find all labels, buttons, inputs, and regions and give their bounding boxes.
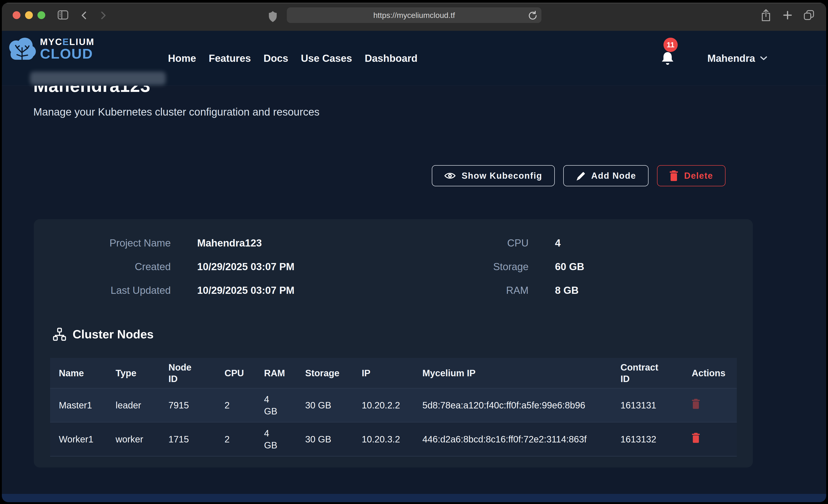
detail-label: RAM bbox=[447, 279, 529, 302]
cell-type: worker bbox=[107, 422, 160, 456]
zoom-window-button[interactable] bbox=[37, 11, 45, 19]
site-viewport: Mahendra123 Manage your Kubernetes clust… bbox=[2, 31, 826, 502]
cell-type: leader bbox=[107, 388, 160, 422]
nav-link-docs[interactable]: Docs bbox=[263, 53, 288, 64]
cell-actions bbox=[683, 388, 737, 422]
cell-cpu: 2 bbox=[216, 388, 255, 422]
cell-ip: 10.20.3.2 bbox=[353, 422, 414, 456]
cell-node-id: 1715 bbox=[160, 422, 216, 456]
table-header-row: Name Type Node ID CPU RAM Storage IP Myc… bbox=[50, 358, 737, 388]
network-icon bbox=[53, 328, 66, 341]
col-contract-id: Contract ID bbox=[612, 358, 683, 388]
col-node-id: Node ID bbox=[160, 358, 216, 388]
detail-label: Storage bbox=[447, 255, 529, 279]
cell-contract-id: 1613132 bbox=[612, 422, 683, 456]
col-type: Type bbox=[107, 358, 160, 388]
nav-link-dashboard[interactable]: Dashboard bbox=[365, 53, 418, 64]
mycelium-cloud-logo-icon bbox=[8, 36, 36, 62]
cluster-nodes-header: Cluster Nodes bbox=[53, 327, 154, 341]
detail-label: CPU bbox=[447, 231, 529, 255]
redaction-blur bbox=[30, 72, 166, 85]
browser-chrome: https://myceliumcloud.tf bbox=[2, 3, 826, 31]
cluster-details: Project Name Mahendra123 CPU 4 Created 1… bbox=[34, 231, 753, 302]
show-kubeconfig-button[interactable]: Show Kubeconfig bbox=[432, 165, 555, 186]
col-ip: IP bbox=[353, 358, 414, 388]
cell-name: Master1 bbox=[50, 388, 107, 422]
back-icon[interactable] bbox=[81, 11, 86, 20]
brand-line1: MYCELIUM bbox=[40, 37, 94, 46]
cell-cpu: 2 bbox=[216, 422, 255, 456]
cell-contract-id: 1613131 bbox=[612, 388, 683, 422]
brand-line2: CLOUD bbox=[40, 46, 94, 61]
minimize-window-button[interactable] bbox=[25, 11, 33, 19]
chrome-right-icons bbox=[760, 9, 814, 22]
brand-logo[interactable]: MYCELIUM CLOUD bbox=[8, 36, 94, 62]
detail-value: 8 GB bbox=[555, 279, 753, 302]
cluster-nodes-title: Cluster Nodes bbox=[73, 327, 154, 341]
user-menu[interactable]: Mahendra bbox=[707, 31, 767, 86]
nav-link-features[interactable]: Features bbox=[209, 53, 251, 64]
detail-label: Created bbox=[34, 255, 171, 279]
cell-node-id: 7915 bbox=[160, 388, 216, 422]
notifications-bell-icon[interactable] bbox=[661, 51, 674, 67]
detail-value: 4 bbox=[555, 231, 753, 255]
show-kubeconfig-label: Show Kubeconfig bbox=[462, 171, 542, 181]
tab-overview-icon[interactable] bbox=[804, 10, 814, 21]
col-ram: RAM bbox=[255, 358, 296, 388]
footer-strip bbox=[2, 494, 826, 502]
forward-icon[interactable] bbox=[101, 11, 106, 20]
nav-link-home[interactable]: Home bbox=[168, 53, 196, 64]
detail-label: Project Name bbox=[34, 231, 171, 255]
url-text: https://myceliumcloud.tf bbox=[373, 11, 455, 20]
col-actions: Actions bbox=[683, 358, 737, 388]
cell-ram: 4 GB bbox=[255, 422, 296, 456]
trash-icon bbox=[669, 170, 678, 181]
add-node-button[interactable]: Add Node bbox=[563, 165, 649, 186]
notification-count-badge: 11 bbox=[663, 38, 678, 52]
detail-value: 10/29/2025 03:07 PM bbox=[197, 255, 420, 279]
chevron-down-icon bbox=[760, 56, 767, 60]
col-cpu: CPU bbox=[216, 358, 255, 388]
nav-links: Home Features Docs Use Cases Dashboard bbox=[168, 31, 418, 86]
screenshot-stage: https://myceliumcloud.tf Mahendr bbox=[0, 0, 828, 504]
nodes-table: Name Type Node ID CPU RAM Storage IP Myc… bbox=[50, 358, 737, 456]
cell-mycelium-ip: 446:d2a6:8bcd:8c16:ff0f:72e2:3114:863f bbox=[414, 422, 612, 456]
delete-node-icon[interactable] bbox=[692, 398, 700, 410]
cell-mycelium-ip: 5d8:78ea:a120:f40c:ff0f:a5fe:99e6:8b96 bbox=[414, 388, 612, 422]
add-node-label: Add Node bbox=[591, 171, 636, 181]
new-tab-icon[interactable] bbox=[783, 10, 792, 20]
cell-storage: 30 GB bbox=[296, 388, 353, 422]
cell-actions bbox=[683, 422, 737, 456]
reload-icon[interactable] bbox=[528, 11, 537, 20]
detail-label: Last Updated bbox=[34, 279, 171, 302]
privacy-shield-icon[interactable] bbox=[269, 11, 277, 23]
cell-name: Worker1 bbox=[50, 422, 107, 456]
cluster-actions: Show Kubeconfig Add Node Delete bbox=[432, 165, 726, 186]
close-window-button[interactable] bbox=[13, 11, 20, 19]
pencil-icon bbox=[576, 171, 585, 181]
sidebar-toggle-icon[interactable] bbox=[57, 10, 69, 20]
browser-window: https://myceliumcloud.tf Mahendr bbox=[2, 3, 826, 502]
col-name: Name bbox=[50, 358, 107, 388]
nav-link-use-cases[interactable]: Use Cases bbox=[301, 53, 352, 64]
brand-text: MYCELIUM CLOUD bbox=[40, 37, 94, 61]
share-icon[interactable] bbox=[760, 9, 772, 22]
table-row-worker1: Worker1 worker 1715 2 4 GB 30 GB 10.20.3… bbox=[50, 422, 737, 456]
delete-label: Delete bbox=[684, 171, 713, 181]
top-navbar: MYCELIUM CLOUD Home Features Docs Use Ca… bbox=[2, 31, 826, 86]
detail-value: Mahendra123 bbox=[197, 231, 420, 255]
col-mycelium-ip: Mycelium IP bbox=[414, 358, 612, 388]
page-subtitle: Manage your Kubernetes cluster configura… bbox=[33, 106, 320, 118]
address-bar[interactable]: https://myceliumcloud.tf bbox=[287, 7, 541, 23]
cell-ip: 10.20.2.2 bbox=[353, 388, 414, 422]
col-storage: Storage bbox=[296, 358, 353, 388]
traffic-lights bbox=[13, 11, 45, 19]
user-name: Mahendra bbox=[707, 53, 755, 64]
cluster-panel: Project Name Mahendra123 CPU 4 Created 1… bbox=[34, 219, 753, 467]
delete-node-icon[interactable] bbox=[692, 432, 700, 444]
cell-storage: 30 GB bbox=[296, 422, 353, 456]
table-row-master1: Master1 leader 7915 2 4 GB 30 GB 10.20.2… bbox=[50, 388, 737, 422]
cell-ram: 4 GB bbox=[255, 388, 296, 422]
eye-icon bbox=[444, 172, 456, 180]
delete-cluster-button[interactable]: Delete bbox=[657, 165, 726, 186]
